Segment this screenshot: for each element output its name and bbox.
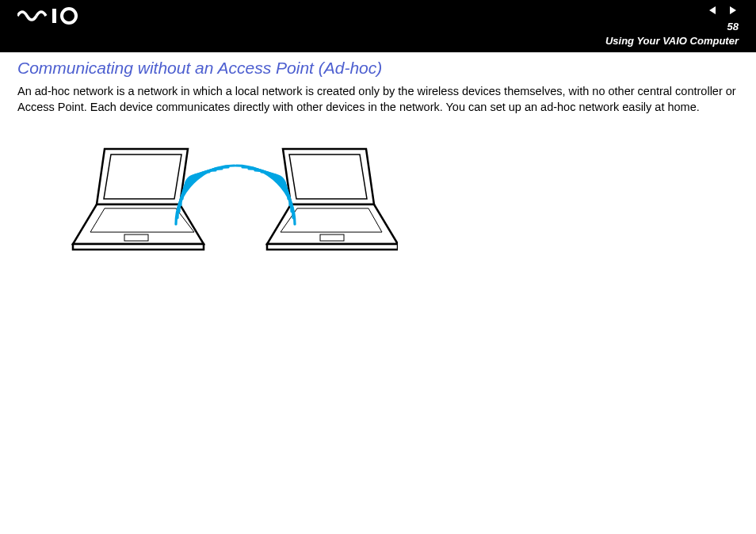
page-number: 58	[727, 21, 739, 32]
laptop-left-icon	[73, 149, 204, 250]
vaio-logo	[17, 6, 89, 29]
adhoc-illustration	[49, 129, 739, 275]
page-content: Communicating without an Access Point (A…	[0, 52, 756, 275]
header-bar: 58 Using Your VAIO Computer	[0, 0, 756, 52]
content-heading: Communicating without an Access Point (A…	[17, 59, 739, 78]
svg-rect-3	[320, 235, 344, 241]
laptop-right-icon	[267, 149, 398, 250]
content-paragraph: An ad-hoc network is a network in which …	[17, 84, 739, 115]
svg-rect-0	[52, 9, 56, 23]
next-page-arrow-icon[interactable]	[727, 5, 739, 19]
svg-rect-2	[124, 235, 148, 241]
svg-point-1	[62, 9, 76, 23]
nav-arrows	[707, 5, 739, 19]
prev-page-arrow-icon[interactable]	[707, 5, 718, 19]
section-title: Using Your VAIO Computer	[605, 35, 739, 47]
